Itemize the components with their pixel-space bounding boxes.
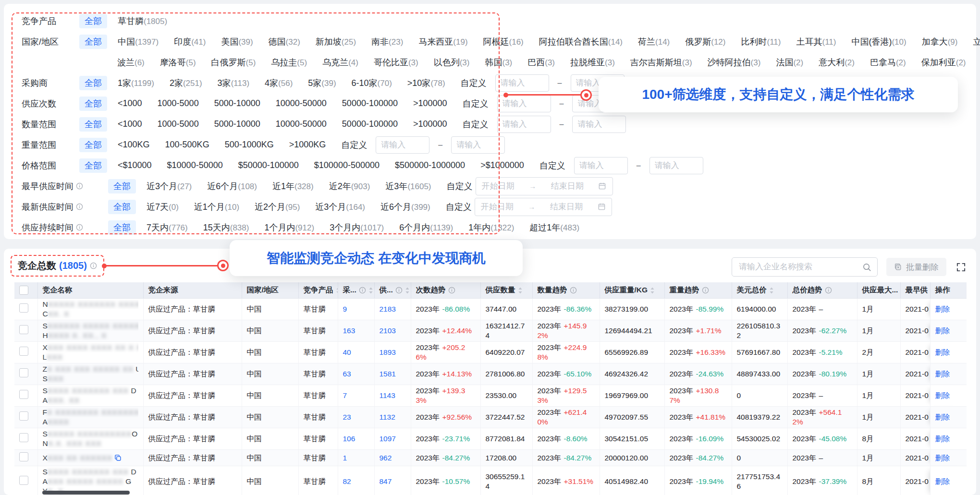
filter-option[interactable]: 摩洛哥(5) <box>160 57 196 68</box>
filter-option[interactable]: 保加利亚(2) <box>921 57 966 68</box>
info-icon[interactable] <box>702 287 709 294</box>
filter-all-chip[interactable]: 全部 <box>79 14 107 28</box>
supply-count-cell[interactable]: 962 <box>374 450 411 466</box>
filter-option[interactable]: >100000 <box>413 98 447 109</box>
row-checkbox[interactable] <box>19 368 28 377</box>
filter-option[interactable]: 乌克兰(4) <box>322 57 358 68</box>
buyers-count-cell[interactable]: 23 <box>338 407 374 428</box>
filter-option[interactable]: 1000-5000 <box>158 119 199 129</box>
fullscreen-icon[interactable] <box>955 261 967 273</box>
buyers-count-cell[interactable]: 106 <box>338 428 374 450</box>
filter-all-chip[interactable]: 全部 <box>108 200 136 214</box>
filter-option[interactable]: 5000-10000 <box>214 98 260 109</box>
column-header-供应数量[interactable]: 供应数量 <box>480 282 532 299</box>
filter-option[interactable]: 波兰(6) <box>117 57 145 68</box>
filter-option[interactable]: 超过1年(483) <box>529 222 579 233</box>
supply-count-cell[interactable]: 1132 <box>374 407 411 428</box>
filter-custom-label[interactable]: 自定义 <box>447 181 473 192</box>
info-icon[interactable] <box>359 287 366 294</box>
filter-custom-label[interactable]: 自定义 <box>463 119 489 130</box>
filter-option[interactable]: 印度(41) <box>174 36 206 48</box>
supply-count-cell[interactable]: 1143 <box>374 385 411 407</box>
filter-option[interactable]: 近1年(328) <box>272 181 314 192</box>
horizontal-scrollbar-thumb[interactable] <box>42 491 130 495</box>
filter-option[interactable]: >100000 <box>413 119 447 129</box>
range-input-max[interactable]: 请输入 <box>451 136 505 154</box>
filter-custom-label[interactable]: 自定义 <box>446 201 472 213</box>
buyers-count-cell[interactable]: 1 <box>338 450 374 466</box>
filter-option[interactable]: 马来西亚(19) <box>418 36 467 48</box>
row-checkbox[interactable] <box>19 347 28 356</box>
sort-icon[interactable] <box>769 287 774 294</box>
filter-option[interactable]: 100-500KG <box>165 140 209 150</box>
column-header-美元总价[interactable]: 美元总价 <box>732 282 787 299</box>
filter-option[interactable]: 意大利(2) <box>819 57 855 68</box>
filter-option[interactable]: $10000-50000 <box>167 160 223 170</box>
filter-option[interactable]: 白俄罗斯(5) <box>211 57 256 68</box>
filter-option[interactable]: <1000 <box>118 98 142 109</box>
filter-option[interactable]: 7天内(776) <box>147 222 188 233</box>
filter-option[interactable]: 中国(1397) <box>118 36 159 48</box>
sort-icon[interactable] <box>650 287 655 294</box>
filter-option[interactable]: 近2年(903) <box>329 181 370 192</box>
filter-all-chip[interactable]: 全部 <box>79 35 107 49</box>
range-input-max[interactable]: 请输入 <box>572 116 626 133</box>
filter-option[interactable]: 近6个月(108) <box>207 181 257 192</box>
row-checkbox[interactable] <box>19 303 28 313</box>
filter-option[interactable]: 拉脱维亚(3) <box>570 57 615 68</box>
filter-option[interactable]: 德国(32) <box>269 36 300 48</box>
info-icon[interactable] <box>76 203 83 210</box>
select-all-checkbox[interactable] <box>19 286 28 295</box>
delete-button[interactable]: 删除 <box>930 385 967 407</box>
filter-option[interactable]: 阿根廷(16) <box>483 36 524 48</box>
filter-custom-label[interactable]: 自定义 <box>461 77 487 89</box>
filter-option[interactable]: 近3个月(164) <box>315 201 365 213</box>
column-header-供...[interactable]: 供... <box>374 282 411 299</box>
delete-button[interactable]: 删除 <box>930 407 967 428</box>
info-icon[interactable] <box>76 224 83 231</box>
filter-custom-label[interactable]: 自定义 <box>341 139 367 151</box>
filter-option[interactable]: 15天内(838) <box>203 222 249 233</box>
range-input-min[interactable]: 请输入 <box>376 136 429 154</box>
info-icon[interactable] <box>448 287 455 294</box>
filter-option[interactable]: >$1000000 <box>480 160 524 170</box>
delete-button[interactable]: 删除 <box>930 320 967 342</box>
filter-option[interactable]: 近3年(1605) <box>385 181 431 192</box>
info-icon[interactable] <box>825 287 832 294</box>
filter-option[interactable]: 哥伦比亚(3) <box>374 57 418 68</box>
filter-option[interactable]: 美国(39) <box>221 36 253 48</box>
filter-option[interactable]: 6个月内(1139) <box>399 222 453 233</box>
filter-option[interactable]: 1年内(1322) <box>468 222 514 233</box>
column-header-供应重量/KG[interactable]: 供应重量/KG <box>600 282 664 299</box>
filter-all-chip[interactable]: 全部 <box>79 138 107 152</box>
filter-option[interactable]: 近1个月(10) <box>194 201 239 213</box>
info-icon[interactable] <box>570 287 577 294</box>
filter-option[interactable]: 1家(1199) <box>118 77 154 89</box>
delete-button[interactable]: 删除 <box>930 466 967 495</box>
range-input-min[interactable]: 请输入 <box>497 116 551 133</box>
supply-count-cell[interactable]: 1097 <box>374 428 411 450</box>
filter-option[interactable]: 荷兰(14) <box>638 36 670 48</box>
filter-option[interactable]: 3个月内(1017) <box>330 222 384 233</box>
company-search-input[interactable] <box>738 262 858 272</box>
delete-button[interactable]: 删除 <box>930 363 967 385</box>
filter-option[interactable]: 乌拉圭(5) <box>271 57 307 68</box>
filter-option[interactable]: 10000-50000 <box>276 98 327 109</box>
row-checkbox[interactable] <box>19 325 28 334</box>
row-checkbox[interactable] <box>19 433 28 442</box>
filter-option[interactable]: <100KG <box>118 140 150 150</box>
row-checkbox[interactable] <box>19 452 28 461</box>
sort-icon[interactable] <box>336 287 338 294</box>
filter-option[interactable]: 新加坡(25) <box>316 36 356 48</box>
buyers-count-cell[interactable]: 82 <box>338 466 374 495</box>
filter-option[interactable]: 加拿大(9) <box>922 36 958 48</box>
filter-option[interactable]: 法国(2) <box>776 57 803 68</box>
filter-option[interactable]: 1个月内(912) <box>264 222 314 233</box>
range-input-min[interactable]: 请输入 <box>495 74 549 92</box>
sort-icon[interactable] <box>368 287 373 294</box>
column-header-采...[interactable]: 采... <box>338 282 374 299</box>
supply-count-cell[interactable]: 2103 <box>374 320 411 342</box>
range-input-min[interactable]: 请输入 <box>574 157 628 174</box>
buyers-count-cell[interactable]: 40 <box>338 342 374 363</box>
column-header-竞争产品[interactable]: 竞争产品 <box>298 282 338 299</box>
